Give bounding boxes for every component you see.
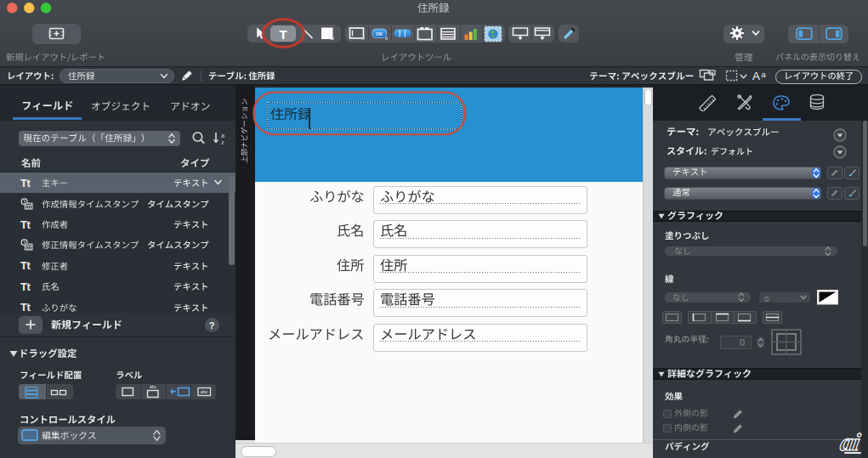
svg-text:z: z bbox=[221, 139, 224, 146]
svg-text:abc: abc bbox=[150, 384, 157, 389]
svg-text:OK: OK bbox=[376, 31, 383, 37]
svg-text:abc: abc bbox=[201, 389, 208, 394]
